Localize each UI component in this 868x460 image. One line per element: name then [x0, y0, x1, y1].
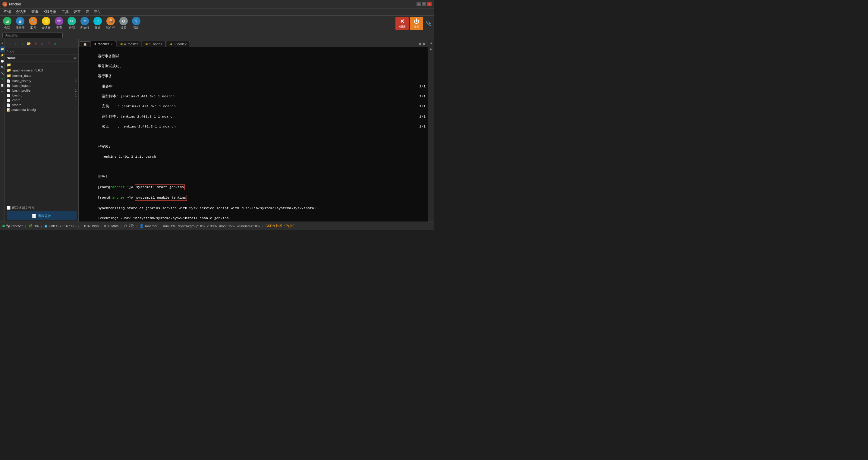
- close-button[interactable]: ✕: [427, 2, 432, 6]
- tab-rancher-label: 3. rancher: [94, 42, 109, 46]
- boot-percent: /boot: 15%: [219, 224, 235, 228]
- remote-monitor-button[interactable]: 📊 远程监控: [7, 211, 76, 220]
- status-connection: 🐄 rancher: [2, 224, 23, 228]
- connection-dot: [2, 225, 5, 227]
- sidebar-delete[interactable]: 🗑: [33, 41, 38, 47]
- csdn-label: CSDN·技术上的小白: [266, 224, 296, 228]
- tree-item-docker[interactable]: 📁 docker_data: [5, 73, 79, 79]
- menu-tools[interactable]: 工具: [59, 9, 71, 15]
- tab-node1[interactable]: 🖥 5. node1: [142, 41, 165, 47]
- status-root: /: 39%: [207, 224, 217, 228]
- statusbar: 🐄 rancher | 🌿 0% | ▣ 2.88 GB / 3.67 GB |…: [0, 221, 434, 230]
- sidebar-upload[interactable]: ↑: [6, 41, 12, 47]
- nav-extra1[interactable]: 📋: [0, 83, 4, 88]
- x-server-button[interactable]: ✕ X服务: [396, 17, 409, 30]
- menu-sessions[interactable]: 会话夹: [13, 9, 29, 15]
- terminal-content[interactable]: 运行事务测试 事务测试成功。 运行事务 准备中 :1/1 运行脚本: jenki…: [79, 47, 428, 221]
- sidebar-bottom: 跟踪终端文件夹 📊 远程监控: [5, 204, 79, 221]
- menu-view[interactable]: 查看: [29, 9, 41, 15]
- status-ram: ▣ 2.88 GB / 3.67 GB: [44, 224, 76, 228]
- right-nav-2[interactable]: ▶: [429, 47, 433, 52]
- nav-favorites-side[interactable]: ⭐: [0, 53, 4, 58]
- nav-extra2[interactable]: ✏: [0, 89, 4, 94]
- quickconnect-input[interactable]: [2, 33, 63, 38]
- toolbar-split[interactable]: ✂ 分割: [66, 16, 78, 31]
- config-icon: 📝: [7, 108, 10, 112]
- toolbar-help[interactable]: ? 帮助: [130, 16, 142, 31]
- menu-settings[interactable]: 设置: [71, 9, 83, 15]
- tab-arrows: ◀ ▶: [417, 41, 427, 47]
- nav-sftp[interactable]: S: [0, 76, 4, 82]
- track-checkbox[interactable]: 跟踪终端文件夹: [7, 206, 76, 210]
- home-icon: 🏠: [83, 42, 87, 46]
- tab-next-arrow[interactable]: ▶: [422, 41, 427, 46]
- user-icon: 👤: [140, 224, 144, 228]
- titlebar: 🐄 rancher ─ □ ✕: [0, 0, 434, 8]
- attach-button[interactable]: 📎: [424, 17, 433, 30]
- settings-icon: ⚙: [119, 17, 128, 25]
- tab-rancher[interactable]: 3. rancher ✕: [91, 41, 116, 47]
- toolbar-multiexec[interactable]: ≡ 多执行: [79, 16, 91, 31]
- folder-icon: 📁: [7, 68, 11, 72]
- tree-item-bashrc[interactable]: 📄 .bashrc 1: [5, 93, 79, 98]
- nav-back[interactable]: ◀: [0, 40, 4, 46]
- sys-percent: /sys/fs/cgroup: 0%: [178, 224, 205, 228]
- nav-files[interactable]: 📁: [0, 47, 4, 52]
- tab-home[interactable]: 🏠: [80, 41, 90, 47]
- time-info: 7分: [129, 224, 134, 228]
- toolbar-package[interactable]: 📦 软件包: [104, 16, 117, 31]
- menu-xserver[interactable]: X服务器: [41, 9, 59, 15]
- tree-item-cshrc[interactable]: 📄 .cshrc 1: [5, 98, 79, 102]
- menu-help[interactable]: 帮助: [92, 9, 104, 15]
- tree-item-maven[interactable]: 📁 apache-maven-3.6.3: [5, 67, 79, 73]
- sidebar-open[interactable]: 📂: [26, 41, 32, 47]
- help-label: 帮助: [133, 26, 139, 30]
- tree-item-anaconda[interactable]: 📝 anaconda-ks.cfg 1: [5, 107, 79, 112]
- tree-item-bash-logout[interactable]: 📄 .bash_logout: [5, 83, 79, 88]
- quickconnect-bar: [0, 31, 434, 39]
- tree-item-bash-history[interactable]: 📄 .bash_history 2: [5, 79, 79, 83]
- tree-item-bash-profile[interactable]: 📄 .bash_profile 1: [5, 88, 79, 93]
- toolbar: ⊞ 会话 🖥 服务器 🔧 工具 ⭐ 会话夹 👁 查看 ✂ 分割 ≡ 多执行 ⑂: [0, 16, 434, 31]
- sidebar-path: /root/: [5, 48, 79, 55]
- track-label: 跟踪终端文件夹: [12, 206, 35, 210]
- monitor-icon: 📊: [32, 214, 36, 218]
- maximize-button[interactable]: □: [422, 2, 426, 6]
- nav-search[interactable]: 🔍: [0, 64, 4, 70]
- run-user-percent: /run/user/0: 0%: [238, 224, 260, 228]
- node1-icon: 🖥: [145, 42, 148, 46]
- status-boot: /boot: 15%: [219, 224, 235, 228]
- tools-label: 工具: [30, 26, 36, 30]
- minimize-button[interactable]: ─: [416, 2, 421, 6]
- tab-prev-arrow[interactable]: ◀: [417, 41, 422, 46]
- nav-tools-side[interactable]: 🔧: [0, 70, 4, 76]
- toolbar-tunnel[interactable]: ⑂ 隧道: [92, 16, 104, 31]
- sidebar-newfolder[interactable]: +: [19, 41, 25, 47]
- toolbar-settings[interactable]: ⚙ 设置: [118, 16, 130, 31]
- sidebar-close[interactable]: ✕: [46, 41, 52, 47]
- toolbar-session[interactable]: ⊞ 会话: [1, 16, 13, 31]
- tab-rancher-close[interactable]: ✕: [110, 42, 113, 46]
- toolbar-server[interactable]: 🖥 服务器: [14, 16, 27, 31]
- nav-history[interactable]: 🕐: [0, 59, 4, 64]
- menu-terminal[interactable]: 终端: [1, 9, 13, 15]
- toolbar-favorites[interactable]: ⭐ 会话夹: [40, 16, 53, 31]
- tab-node2[interactable]: 🖥 6. node2: [166, 41, 190, 47]
- track-checkbox-input[interactable]: [7, 206, 10, 210]
- file-tree: 📁 .. 📁 apache-maven-3.6.3 📁 docker_data …: [5, 61, 79, 204]
- tab-bar: 🏠 3. rancher ✕ 🖥 4. master 🖥 5. node1 🖥 …: [79, 39, 428, 47]
- exit-button[interactable]: ⏻ 退出: [410, 17, 423, 30]
- sidebar-download[interactable]: ↓: [13, 41, 19, 47]
- sidebar-edit[interactable]: A: [39, 41, 45, 47]
- folder-icon-docker: 📁: [7, 73, 11, 78]
- package-icon: 📦: [106, 17, 115, 25]
- right-nav-1[interactable]: ◀: [429, 40, 433, 46]
- toolbar-view[interactable]: 👁 查看: [53, 16, 65, 31]
- sidebar-check[interactable]: ✓: [53, 41, 59, 47]
- toolbar-tools[interactable]: 🔧 工具: [27, 16, 39, 31]
- tab-master[interactable]: 🖥 4. master: [117, 41, 141, 47]
- tree-item-tcshrc[interactable]: 📄 .tcshrc 1: [5, 102, 79, 107]
- tree-item-dotdot[interactable]: 📁 ..: [5, 62, 79, 67]
- menu-macro[interactable]: 宏: [83, 9, 92, 15]
- terminal-area: 🏠 3. rancher ✕ 🖥 4. master 🖥 5. node1 🖥 …: [79, 39, 428, 221]
